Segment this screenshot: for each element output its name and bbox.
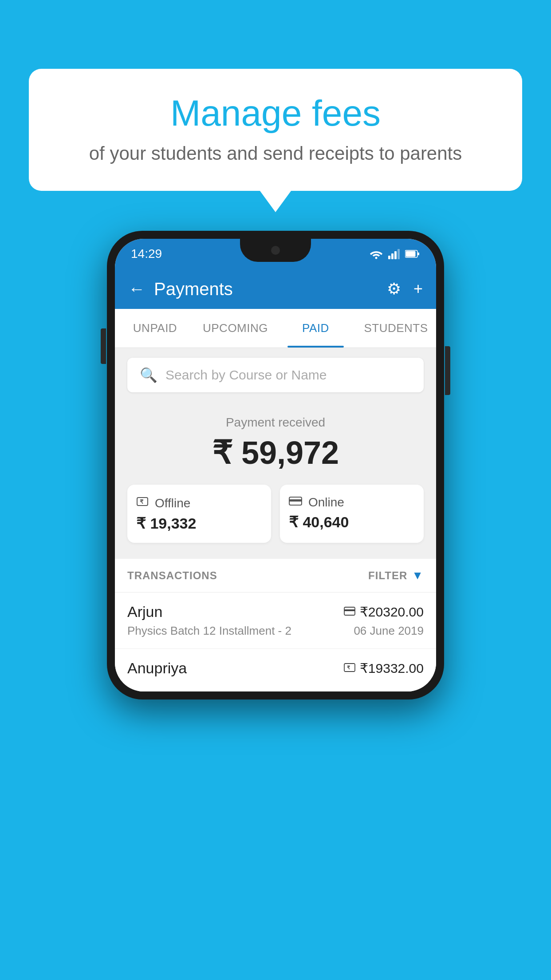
bubble-title: Manage fees	[55, 93, 496, 133]
header-left: ← Payments	[128, 279, 233, 299]
speech-bubble: Manage fees of your students and send re…	[29, 69, 522, 191]
payment-total-amount: ₹ 59,972	[127, 434, 424, 471]
svg-rect-1	[388, 256, 390, 259]
transaction-row[interactable]: Arjun ₹20320.00 Physics Batch 12 Install…	[115, 593, 436, 649]
phone-notch	[240, 239, 311, 262]
payment-received-label: Payment received	[127, 415, 424, 430]
offline-amount: ₹ 19,332	[136, 514, 196, 532]
status-time: 14:29	[131, 247, 162, 261]
header-title: Payments	[154, 279, 233, 299]
svg-rect-3	[394, 251, 397, 259]
battery-icon	[405, 249, 420, 258]
transaction-amount-value: ₹20320.00	[360, 604, 424, 620]
camera	[271, 246, 280, 255]
transaction-bottom: Physics Batch 12 Installment - 2 06 June…	[127, 624, 424, 638]
tab-students[interactable]: STUDENTS	[356, 309, 436, 348]
transaction-row[interactable]: Anupriya ₹ ₹19332.00	[115, 649, 436, 692]
status-bar: 14:29	[115, 239, 436, 269]
filter-icon: ▼	[412, 569, 424, 582]
online-card-header: Online	[289, 495, 344, 510]
offline-payment-icon: ₹	[344, 661, 355, 675]
transaction-amount: ₹20320.00	[344, 604, 424, 620]
transaction-amount-value: ₹19332.00	[360, 660, 424, 676]
add-icon[interactable]: +	[413, 280, 423, 298]
tab-upcoming[interactable]: UPCOMING	[195, 309, 276, 348]
payment-cards: ₹ Offline ₹ 19,332	[127, 485, 424, 543]
svg-rect-4	[398, 249, 400, 259]
transaction-name: Arjun	[127, 603, 162, 620]
online-amount: ₹ 40,640	[289, 513, 349, 531]
transaction-top: Anupriya ₹ ₹19332.00	[127, 660, 424, 677]
tab-paid[interactable]: PAID	[276, 309, 356, 348]
transaction-date: 06 June 2019	[354, 624, 424, 638]
svg-text:₹: ₹	[140, 498, 144, 505]
offline-card: ₹ Offline ₹ 19,332	[127, 485, 271, 543]
svg-rect-11	[289, 499, 302, 502]
tabs-container: UNPAID UPCOMING PAID STUDENTS	[115, 309, 436, 348]
svg-text:₹: ₹	[347, 665, 350, 670]
app-header: ← Payments ⚙ +	[115, 269, 436, 309]
transaction-amount: ₹ ₹19332.00	[344, 660, 424, 676]
online-type: Online	[308, 495, 344, 510]
search-container: 🔍 Search by Course or Name	[115, 348, 436, 402]
filter-button[interactable]: FILTER ▼	[368, 569, 424, 582]
svg-rect-13	[344, 609, 355, 611]
phone-screen: 14:29	[115, 239, 436, 692]
svg-rect-2	[391, 253, 394, 259]
offline-type: Offline	[155, 496, 190, 510]
status-icons	[370, 249, 420, 259]
transactions-header: TRANSACTIONS FILTER ▼	[115, 559, 436, 593]
online-payment-icon	[344, 605, 355, 619]
svg-point-0	[375, 257, 378, 259]
header-right: ⚙ +	[387, 280, 423, 298]
tab-unpaid[interactable]: UNPAID	[115, 309, 195, 348]
search-icon: 🔍	[140, 367, 157, 383]
settings-icon[interactable]: ⚙	[387, 280, 401, 298]
signal-icon	[388, 249, 400, 259]
offline-card-header: ₹ Offline	[136, 495, 190, 511]
bubble-subtitle: of your students and send receipts to pa…	[55, 143, 496, 164]
back-button[interactable]: ←	[128, 281, 145, 297]
phone-outer: 14:29	[107, 231, 444, 699]
offline-icon: ₹	[136, 495, 149, 511]
transaction-course: Physics Batch 12 Installment - 2	[127, 624, 291, 638]
svg-rect-6	[406, 251, 416, 257]
transactions-label: TRANSACTIONS	[127, 569, 217, 582]
transaction-top: Arjun ₹20320.00	[127, 603, 424, 620]
phone-mockup: 14:29	[107, 231, 444, 699]
online-card: Online ₹ 40,640	[280, 485, 424, 543]
online-icon	[289, 495, 302, 510]
svg-rect-7	[417, 253, 419, 255]
search-input[interactable]: Search by Course or Name	[165, 368, 327, 383]
wifi-icon	[370, 249, 383, 259]
payment-received-section: Payment received ₹ 59,972 ₹	[115, 402, 436, 559]
search-bar[interactable]: 🔍 Search by Course or Name	[127, 358, 424, 392]
speech-bubble-container: Manage fees of your students and send re…	[29, 69, 522, 191]
filter-label: FILTER	[368, 569, 407, 582]
transaction-name: Anupriya	[127, 660, 187, 677]
